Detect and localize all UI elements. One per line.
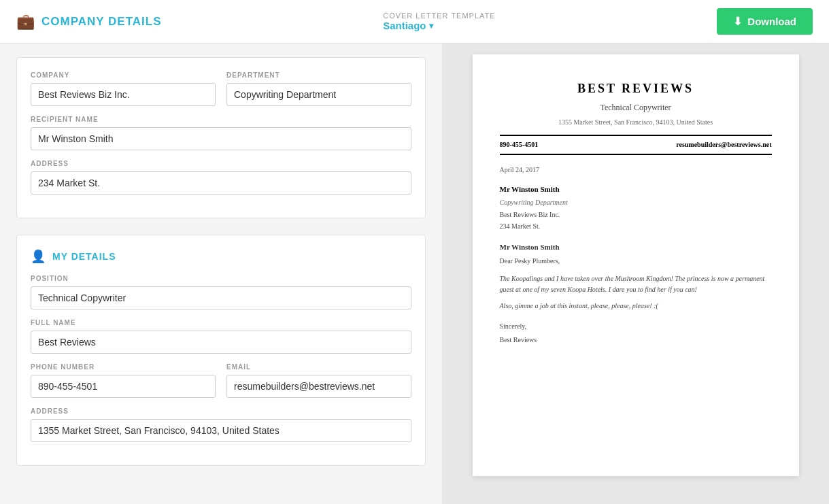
- company-details-heading: COMPANY DETAILS: [41, 15, 162, 29]
- top-bar: 💼 COMPANY DETAILS COVER LETTER TEMPLATE …: [0, 0, 829, 44]
- preview-closing: Sincerely,: [500, 321, 772, 332]
- template-dropdown[interactable]: Santiago ▾: [383, 20, 433, 31]
- position-input[interactable]: [31, 286, 411, 309]
- email-field-group: EMAIL: [226, 363, 411, 398]
- cover-letter-preview: BEST REVIEWS Technical Copywriter 1355 M…: [473, 54, 799, 476]
- cover-letter-label: COVER LETTER TEMPLATE: [383, 12, 495, 20]
- company-address-field-group: ADDRESS: [31, 160, 411, 195]
- recipient-name-field-group: RECIPIENT NAME: [31, 116, 411, 150]
- preview-address-line: 1355 Market Street, San Francisco, 94103…: [500, 117, 772, 128]
- preview-phone: 890-455-4501: [500, 139, 539, 150]
- company-address-input[interactable]: [31, 171, 411, 195]
- left-panel: COMPANY DEPARTMENT RECIPIENT NAME ADDRES…: [0, 44, 442, 504]
- template-name: Santiago: [383, 20, 426, 31]
- recipient-name-input[interactable]: [31, 127, 411, 150]
- preview-email: resumebuilders@bestreviews.net: [676, 139, 771, 150]
- preview-body2: Also, gimme a job at this instant, pleas…: [500, 301, 772, 312]
- preview-date: April 24, 2017: [500, 165, 772, 175]
- position-label: POSITION: [31, 275, 411, 282]
- right-panel: BEST REVIEWS Technical Copywriter 1355 M…: [442, 44, 829, 504]
- preview-dear: Dear Pesky Plumbers,: [500, 256, 772, 267]
- briefcase-icon: 💼: [16, 13, 35, 31]
- company-address-label: ADDRESS: [31, 160, 411, 167]
- preview-department: Copywriting Department: [500, 197, 772, 208]
- company-label: COMPANY: [31, 71, 216, 79]
- my-details-section: 👤 MY DETAILS POSITION FULL NAME PHONE NU…: [16, 235, 426, 466]
- phone-label: PHONE NUMBER: [31, 363, 216, 371]
- preview-contact-row: 890-455-4501 resumebuilders@bestreviews.…: [500, 135, 772, 155]
- email-input[interactable]: [226, 375, 411, 398]
- preview-signature: Best Reviews: [500, 335, 772, 346]
- department-input[interactable]: [226, 83, 411, 106]
- email-label: EMAIL: [226, 363, 411, 371]
- preview-recipient-name: Mr Winston Smith: [500, 184, 772, 196]
- department-label: DEPARTMENT: [226, 71, 411, 79]
- company-input[interactable]: [31, 83, 216, 106]
- phone-field-group: PHONE NUMBER: [31, 363, 216, 398]
- my-address-label: ADDRESS: [31, 407, 411, 415]
- chevron-down-icon: ▾: [429, 21, 433, 31]
- company-details-section: COMPANY DEPARTMENT RECIPIENT NAME ADDRES…: [16, 57, 426, 218]
- download-icon: ⬇: [733, 15, 742, 28]
- my-details-header: 👤 MY DETAILS: [31, 249, 411, 264]
- preview-street: 234 Market St.: [500, 221, 772, 232]
- full-name-field-group: FULL NAME: [31, 319, 411, 354]
- top-bar-left: 💼 COMPANY DETAILS: [16, 13, 162, 31]
- position-field-group: POSITION: [31, 275, 411, 309]
- preview-company: Best Reviews Biz Inc.: [500, 209, 772, 220]
- preview-body1: The Koopalings and I have taken over the…: [500, 273, 772, 295]
- full-name-input[interactable]: [31, 331, 411, 354]
- company-field-group: COMPANY: [31, 71, 216, 106]
- phone-input[interactable]: [31, 375, 216, 398]
- person-icon: 👤: [31, 249, 46, 264]
- preview-position: Technical Copywriter: [500, 101, 772, 114]
- cover-letter-template-selector: COVER LETTER TEMPLATE Santiago ▾: [383, 12, 495, 31]
- my-details-title: MY DETAILS: [52, 251, 116, 262]
- main-layout: COMPANY DEPARTMENT RECIPIENT NAME ADDRES…: [0, 44, 829, 504]
- my-address-field-group: ADDRESS: [31, 407, 411, 442]
- download-button[interactable]: ⬇ Download: [717, 8, 813, 35]
- download-label: Download: [747, 16, 796, 27]
- department-field-group: DEPARTMENT: [226, 71, 411, 106]
- my-address-input[interactable]: [31, 419, 411, 442]
- preview-salutation: Mr Winston Smith: [500, 241, 772, 254]
- preview-company-name: BEST REVIEWS: [500, 79, 772, 99]
- full-name-label: FULL NAME: [31, 319, 411, 326]
- recipient-name-label: RECIPIENT NAME: [31, 116, 411, 123]
